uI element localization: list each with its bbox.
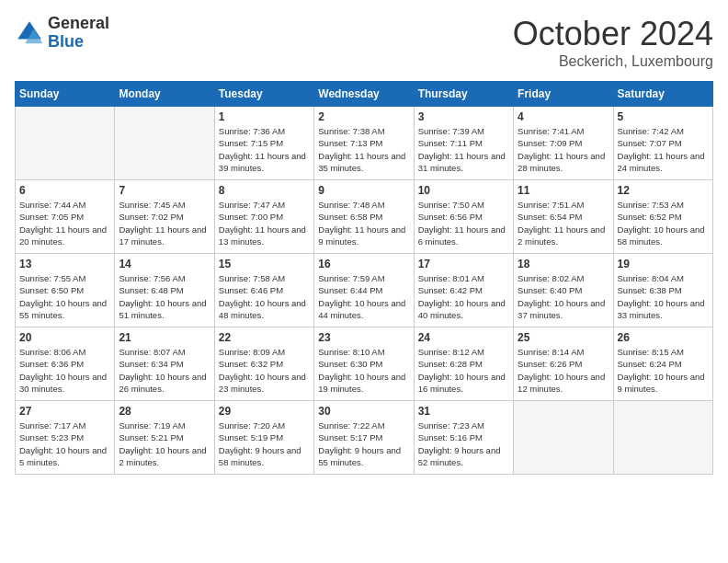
day-number: 17 bbox=[418, 258, 509, 270]
calendar-cell: 12Sunrise: 7:53 AMSunset: 6:52 PMDayligh… bbox=[613, 180, 712, 254]
day-info: Sunrise: 7:59 AMSunset: 6:44 PMDaylight:… bbox=[318, 272, 409, 321]
day-info: Sunrise: 8:10 AMSunset: 6:30 PMDaylight:… bbox=[318, 346, 409, 395]
day-number: 3 bbox=[418, 110, 509, 123]
day-number: 31 bbox=[418, 405, 509, 418]
page-header: General Blue October 2024 Beckerich, Lux… bbox=[15, 15, 713, 70]
day-number: 29 bbox=[219, 405, 310, 418]
day-info: Sunrise: 7:41 AMSunset: 7:09 PMDaylight:… bbox=[518, 125, 609, 174]
day-info: Sunrise: 7:20 AMSunset: 5:19 PMDaylight:… bbox=[219, 419, 310, 468]
day-info: Sunrise: 8:12 AMSunset: 6:28 PMDaylight:… bbox=[418, 346, 509, 395]
calendar-cell: 3Sunrise: 7:39 AMSunset: 7:11 PMDaylight… bbox=[414, 107, 513, 180]
day-info: Sunrise: 7:55 AMSunset: 6:50 PMDaylight:… bbox=[19, 272, 110, 321]
day-info: Sunrise: 7:53 AMSunset: 6:52 PMDaylight:… bbox=[618, 199, 709, 247]
calendar-cell: 15Sunrise: 7:58 AMSunset: 6:46 PMDayligh… bbox=[214, 254, 313, 327]
day-number: 14 bbox=[119, 258, 210, 270]
calendar-cell: 5Sunrise: 7:42 AMSunset: 7:07 PMDaylight… bbox=[613, 107, 712, 180]
day-number: 23 bbox=[318, 331, 409, 344]
day-number: 22 bbox=[219, 331, 310, 344]
day-number: 8 bbox=[219, 184, 310, 197]
calendar-cell: 22Sunrise: 8:09 AMSunset: 6:32 PMDayligh… bbox=[214, 327, 313, 401]
day-number: 15 bbox=[219, 258, 310, 270]
col-header-thursday: Thursday bbox=[414, 82, 513, 107]
calendar-cell: 25Sunrise: 8:14 AMSunset: 6:26 PMDayligh… bbox=[514, 327, 613, 401]
calendar-cell: 18Sunrise: 8:02 AMSunset: 6:40 PMDayligh… bbox=[514, 254, 613, 327]
calendar-cell: 6Sunrise: 7:44 AMSunset: 7:05 PMDaylight… bbox=[16, 180, 115, 254]
title-location: Beckerich, Luxembourg bbox=[513, 53, 713, 70]
day-info: Sunrise: 7:44 AMSunset: 7:05 PMDaylight:… bbox=[19, 199, 110, 247]
day-number: 18 bbox=[518, 258, 609, 270]
day-number: 4 bbox=[518, 110, 609, 123]
day-info: Sunrise: 7:48 AMSunset: 6:58 PMDaylight:… bbox=[318, 199, 409, 247]
col-header-tuesday: Tuesday bbox=[214, 82, 313, 107]
day-info: Sunrise: 8:04 AMSunset: 6:38 PMDaylight:… bbox=[618, 272, 709, 321]
day-info: Sunrise: 8:02 AMSunset: 6:40 PMDaylight:… bbox=[518, 272, 609, 321]
week-row-2: 6Sunrise: 7:44 AMSunset: 7:05 PMDaylight… bbox=[16, 180, 713, 254]
col-header-saturday: Saturday bbox=[613, 82, 712, 107]
calendar-table: SundayMondayTuesdayWednesdayThursdayFrid… bbox=[15, 81, 713, 475]
calendar-cell: 4Sunrise: 7:41 AMSunset: 7:09 PMDaylight… bbox=[514, 107, 613, 180]
week-row-4: 20Sunrise: 8:06 AMSunset: 6:36 PMDayligh… bbox=[16, 327, 713, 401]
logo-icon bbox=[15, 18, 44, 48]
day-number: 7 bbox=[119, 184, 210, 197]
week-row-3: 13Sunrise: 7:55 AMSunset: 6:50 PMDayligh… bbox=[16, 254, 713, 327]
day-number: 13 bbox=[19, 258, 110, 270]
day-info: Sunrise: 7:45 AMSunset: 7:02 PMDaylight:… bbox=[119, 199, 210, 247]
day-info: Sunrise: 8:14 AMSunset: 6:26 PMDaylight:… bbox=[518, 346, 609, 395]
calendar-cell: 10Sunrise: 7:50 AMSunset: 6:56 PMDayligh… bbox=[414, 180, 513, 254]
day-number: 21 bbox=[119, 331, 210, 344]
day-number: 2 bbox=[318, 110, 409, 123]
day-number: 27 bbox=[19, 405, 110, 418]
day-info: Sunrise: 7:58 AMSunset: 6:46 PMDaylight:… bbox=[219, 272, 310, 321]
calendar-cell: 8Sunrise: 7:47 AMSunset: 7:00 PMDaylight… bbox=[214, 180, 313, 254]
day-info: Sunrise: 8:15 AMSunset: 6:24 PMDaylight:… bbox=[618, 346, 709, 395]
day-info: Sunrise: 7:56 AMSunset: 6:48 PMDaylight:… bbox=[119, 272, 210, 321]
day-number: 28 bbox=[119, 405, 210, 418]
day-number: 5 bbox=[618, 110, 709, 123]
day-info: Sunrise: 7:42 AMSunset: 7:07 PMDaylight:… bbox=[618, 125, 709, 174]
day-info: Sunrise: 7:47 AMSunset: 7:00 PMDaylight:… bbox=[219, 199, 310, 247]
day-info: Sunrise: 7:50 AMSunset: 6:56 PMDaylight:… bbox=[418, 199, 509, 247]
calendar-cell bbox=[115, 107, 214, 180]
col-header-friday: Friday bbox=[514, 82, 613, 107]
calendar-cell: 13Sunrise: 7:55 AMSunset: 6:50 PMDayligh… bbox=[16, 254, 115, 327]
day-info: Sunrise: 7:23 AMSunset: 5:16 PMDaylight:… bbox=[418, 419, 509, 468]
calendar-cell bbox=[16, 107, 115, 180]
calendar-cell: 20Sunrise: 8:06 AMSunset: 6:36 PMDayligh… bbox=[16, 327, 115, 401]
calendar-cell: 11Sunrise: 7:51 AMSunset: 6:54 PMDayligh… bbox=[514, 180, 613, 254]
calendar-cell: 21Sunrise: 8:07 AMSunset: 6:34 PMDayligh… bbox=[115, 327, 214, 401]
day-info: Sunrise: 7:19 AMSunset: 5:21 PMDaylight:… bbox=[119, 419, 210, 468]
calendar-cell: 28Sunrise: 7:19 AMSunset: 5:21 PMDayligh… bbox=[115, 401, 214, 475]
day-info: Sunrise: 7:51 AMSunset: 6:54 PMDaylight:… bbox=[518, 199, 609, 247]
col-header-monday: Monday bbox=[115, 82, 214, 107]
calendar-cell: 17Sunrise: 8:01 AMSunset: 6:42 PMDayligh… bbox=[414, 254, 513, 327]
logo-general: General bbox=[48, 15, 109, 33]
day-info: Sunrise: 8:07 AMSunset: 6:34 PMDaylight:… bbox=[119, 346, 210, 395]
day-number: 20 bbox=[19, 331, 110, 344]
day-number: 25 bbox=[518, 331, 609, 344]
day-number: 26 bbox=[618, 331, 709, 344]
day-number: 1 bbox=[219, 110, 310, 123]
day-number: 24 bbox=[418, 331, 509, 344]
day-number: 12 bbox=[618, 184, 709, 197]
day-number: 16 bbox=[318, 258, 409, 270]
day-number: 10 bbox=[418, 184, 509, 197]
day-number: 9 bbox=[318, 184, 409, 197]
col-header-wednesday: Wednesday bbox=[314, 82, 414, 107]
day-number: 6 bbox=[19, 184, 110, 197]
day-number: 19 bbox=[618, 258, 709, 270]
day-info: Sunrise: 7:39 AMSunset: 7:11 PMDaylight:… bbox=[418, 125, 509, 174]
calendar-cell: 26Sunrise: 8:15 AMSunset: 6:24 PMDayligh… bbox=[613, 327, 712, 401]
day-info: Sunrise: 8:06 AMSunset: 6:36 PMDaylight:… bbox=[19, 346, 110, 395]
calendar-cell: 14Sunrise: 7:56 AMSunset: 6:48 PMDayligh… bbox=[115, 254, 214, 327]
calendar-cell: 23Sunrise: 8:10 AMSunset: 6:30 PMDayligh… bbox=[314, 327, 414, 401]
logo-blue: Blue bbox=[48, 33, 109, 52]
calendar-cell bbox=[514, 401, 613, 475]
day-info: Sunrise: 7:36 AMSunset: 7:15 PMDaylight:… bbox=[219, 125, 310, 174]
calendar-cell: 27Sunrise: 7:17 AMSunset: 5:23 PMDayligh… bbox=[16, 401, 115, 475]
col-header-sunday: Sunday bbox=[16, 82, 115, 107]
calendar-cell bbox=[613, 401, 712, 475]
calendar-cell: 7Sunrise: 7:45 AMSunset: 7:02 PMDaylight… bbox=[115, 180, 214, 254]
logo-text: General Blue bbox=[48, 15, 109, 52]
day-info: Sunrise: 7:38 AMSunset: 7:13 PMDaylight:… bbox=[318, 125, 409, 174]
calendar-cell: 30Sunrise: 7:22 AMSunset: 5:17 PMDayligh… bbox=[314, 401, 414, 475]
